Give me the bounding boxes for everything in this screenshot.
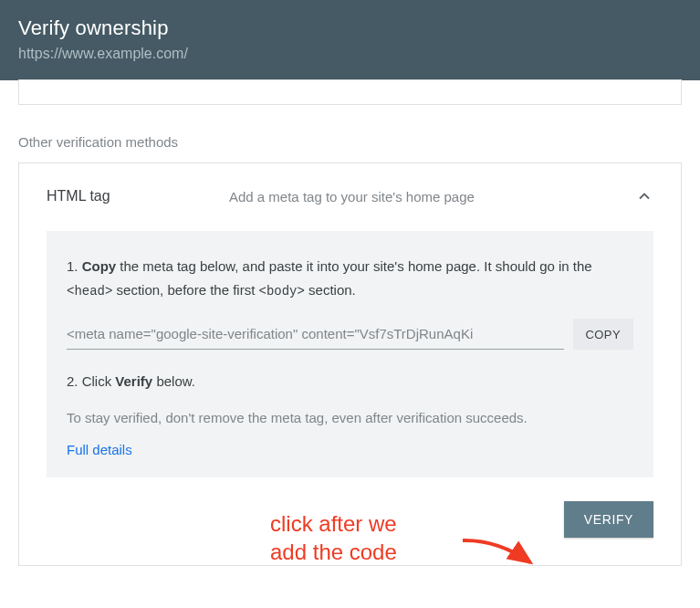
step1-bold: Copy <box>82 258 117 274</box>
step2-bold: Verify <box>115 373 152 389</box>
step-2: 2. Click Verify below. <box>67 370 633 393</box>
page-url: https://www.example.com/ <box>18 46 682 62</box>
instructions-panel: 1. Copy the meta tag below, and paste it… <box>47 231 653 477</box>
method-description: Add a meta tag to your site's home page <box>156 189 635 204</box>
page-title: Verify ownership <box>18 16 682 40</box>
content-area: Other verification methods HTML tag Add … <box>0 79 700 566</box>
method-header-row[interactable]: HTML tag Add a meta tag to your site's h… <box>47 187 653 205</box>
step1-text-b: section, before the first <box>112 282 258 298</box>
html-tag-method-card: HTML tag Add a meta tag to your site's h… <box>18 162 682 566</box>
chevron-up-icon[interactable] <box>635 187 653 205</box>
step1-text-c: section. <box>305 282 356 298</box>
verification-note: To stay verified, don't remove the meta … <box>67 410 633 425</box>
step2-prefix: 2. Click <box>67 373 115 389</box>
copy-button[interactable]: COPY <box>573 319 633 350</box>
full-details-link[interactable]: Full details <box>67 442 633 457</box>
step1-prefix: 1. <box>67 258 82 274</box>
step2-suffix: below. <box>152 373 195 389</box>
method-title: HTML tag <box>47 188 156 204</box>
verify-button[interactable]: VERIFY <box>564 501 653 538</box>
step-1: 1. Copy the meta tag below, and paste it… <box>67 255 633 302</box>
previous-card-bottom <box>18 79 682 105</box>
page-header: Verify ownership https://www.example.com… <box>0 0 700 80</box>
meta-tag-row: <meta name="google-site-verification" co… <box>67 319 633 350</box>
verify-row: VERIFY <box>47 501 653 538</box>
meta-tag-code[interactable]: <meta name="google-site-verification" co… <box>67 319 564 350</box>
step1-head-tag: <head> <box>67 284 112 299</box>
step1-text-a: the meta tag below, and paste it into yo… <box>116 258 592 274</box>
step1-body-tag: <body> <box>259 284 305 299</box>
section-label: Other verification methods <box>18 134 682 150</box>
